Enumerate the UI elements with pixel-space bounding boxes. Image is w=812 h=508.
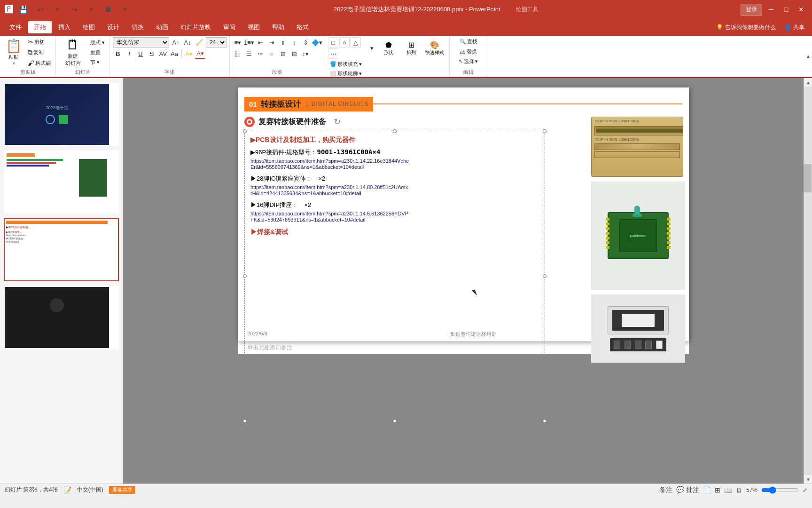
copy-button[interactable]: ⧉ 复制 <box>26 48 53 57</box>
scroll-down-button[interactable]: ▼ <box>804 475 812 484</box>
bold-button[interactable]: B <box>113 48 123 59</box>
quick-style-button[interactable]: 🎨 快速样式 <box>423 40 446 57</box>
reading-view-button[interactable]: 📖 <box>724 486 732 494</box>
font-grow-button[interactable]: A↑ <box>171 37 181 48</box>
strikethrough-button[interactable]: S <box>147 48 157 59</box>
slide-thumb-2[interactable] <box>4 151 119 214</box>
line-spacing2-button[interactable]: ↕▾ <box>300 48 311 59</box>
arrange-button[interactable]: ⊞ 排列 <box>400 40 422 57</box>
menu-animations[interactable]: 动画 <box>150 21 174 33</box>
normal-view-button[interactable]: 📄 <box>703 486 711 494</box>
menu-format[interactable]: 格式 <box>291 21 314 33</box>
menu-file[interactable]: 文件 <box>4 21 27 33</box>
shape-outline-button[interactable]: ⬜ 形状轮廓 ▾ <box>328 69 364 78</box>
format-painter-button[interactable]: 🖌 格式刷 <box>26 58 53 68</box>
layout-button[interactable]: 版式 ▾ <box>88 38 107 47</box>
tell-me-bar[interactable]: 💡 告诉我你想要做什么 <box>712 24 780 32</box>
scroll-thumb[interactable] <box>804 164 812 192</box>
login-button[interactable]: 登录 <box>741 4 762 16</box>
cut-button[interactable]: ✂ 剪切 <box>26 37 53 47</box>
shape-effect-big-button[interactable]: ⬟ 形状 <box>378 40 399 57</box>
menu-help[interactable]: 帮助 <box>266 21 290 33</box>
replace-button[interactable]: ab 替换 <box>458 47 478 56</box>
align-right-button[interactable]: ⬰ <box>255 48 265 59</box>
font-color-button[interactable]: A▾ <box>195 48 205 59</box>
menu-view[interactable]: 视图 <box>242 21 265 33</box>
shape4-button[interactable]: ⋯ <box>328 48 338 59</box>
zoom-slider[interactable] <box>761 486 799 494</box>
font-family-select[interactable]: 华文仿宋 <box>113 37 169 48</box>
notes-toggle[interactable]: 备注 <box>659 486 672 494</box>
shapes-expand-button[interactable]: ▾ <box>367 43 377 53</box>
presenter-view-button[interactable]: 🖥 <box>736 486 742 494</box>
handle-tm[interactable] <box>393 129 397 133</box>
menu-design[interactable]: 设计 <box>102 21 125 33</box>
handle-tr[interactable] <box>543 129 547 133</box>
clear-format-button[interactable]: 🧹 <box>194 37 204 48</box>
fit-slide-button[interactable]: ⤢ <box>803 487 807 493</box>
handle-ml[interactable] <box>243 274 247 278</box>
menu-review[interactable]: 审阅 <box>218 21 241 33</box>
select-button[interactable]: ↖ 选择 ▾ <box>457 57 480 66</box>
increase-indent-button[interactable]: ⇥ <box>266 37 277 48</box>
text-direction-button[interactable]: ⇕ <box>300 37 311 48</box>
align-center-button[interactable]: ☰ <box>244 48 254 59</box>
columns-button[interactable]: ⫿ <box>278 37 288 48</box>
search-account-bar[interactable]: 👤 共享 <box>781 24 808 32</box>
scroll-up-button[interactable]: ▲ <box>804 78 812 87</box>
shape3-button[interactable]: △ <box>351 37 361 48</box>
text-align-button[interactable]: ⊟ <box>289 48 299 59</box>
redo-button[interactable]: ↪ <box>68 3 81 16</box>
bullets-button[interactable]: ≡▾ <box>233 37 243 48</box>
minimize-button[interactable]: ─ <box>765 3 777 16</box>
italic-button[interactable]: I <box>124 48 134 59</box>
highlight-color-button[interactable]: A▾ <box>184 48 194 59</box>
section-button[interactable]: 节 ▾ <box>88 58 107 67</box>
menu-home[interactable]: 开始 <box>28 21 52 33</box>
menu-insert[interactable]: 插入 <box>53 21 76 33</box>
slide-thumb-4[interactable] <box>4 286 119 349</box>
handle-mr[interactable] <box>543 274 547 278</box>
decrease-indent-button[interactable]: ⇤ <box>255 37 265 48</box>
menu-transitions[interactable]: 切换 <box>126 21 149 33</box>
font-shrink-button[interactable]: A↓ <box>182 37 193 48</box>
close-button[interactable]: ✕ <box>795 3 807 16</box>
save-button[interactable]: 💾 <box>17 3 30 16</box>
align-left-button[interactable]: ⬱ <box>233 48 243 59</box>
justify-button[interactable]: ≡ <box>266 48 277 59</box>
quick-access-dropdown[interactable]: ▾ <box>118 3 132 16</box>
undo-dropdown[interactable]: ▾ <box>51 3 64 16</box>
reset-button[interactable]: 重置 <box>88 48 107 57</box>
shape1-button[interactable]: □ <box>328 37 338 48</box>
line-spacing-button[interactable]: ↕ <box>289 37 299 48</box>
handle-br[interactable] <box>543 419 547 423</box>
ribbon-collapse-button[interactable]: ▲ <box>804 36 812 77</box>
slide-thumb-3[interactable]: ▶PCB设计及制造... ▶96P接插件... https://item.tao… <box>4 218 119 281</box>
shape2-button[interactable]: ○ <box>339 37 350 48</box>
char-spacing-button[interactable]: AV <box>158 48 168 59</box>
maximize-button[interactable]: □ <box>780 3 792 16</box>
slide-thumb-1[interactable]: 2022电子院 <box>4 83 119 146</box>
font-size-select[interactable]: 24 <box>206 37 226 48</box>
slide-sorter-button[interactable]: ⊞ <box>715 486 720 494</box>
text-content-box[interactable]: ▶PCB设计及制造加工，购买元器件 ▶96P接插件-规格型号： 9001-139… <box>244 131 545 421</box>
new-slide-button[interactable]: 🗒 新建幻灯片 <box>59 37 87 68</box>
comments-toggle[interactable]: 💬 批注 <box>676 486 699 494</box>
monitor-icon[interactable]: 🖥 <box>102 3 115 16</box>
underline-button[interactable]: U <box>135 48 146 59</box>
handle-tl[interactable] <box>243 129 247 133</box>
numbering-button[interactable]: 1≡▾ <box>244 37 254 48</box>
handle-bm[interactable] <box>393 419 397 423</box>
slide-canvas[interactable]: 01 转接板设计 | DIGITAL CIRCUITS 复赛转接板硬件准备 ↻ <box>238 87 689 341</box>
undo-button[interactable]: ↩ <box>34 3 47 16</box>
smartart-button[interactable]: 🔷▾ <box>312 37 322 48</box>
find-button[interactable]: 🔍 查找 <box>458 37 479 46</box>
redo-dropdown[interactable]: ▾ <box>85 3 98 16</box>
menu-draw[interactable]: 绘图 <box>77 21 101 33</box>
shape-fill-button[interactable]: 🪣 形状填充 ▾ <box>328 60 364 69</box>
font-case-button[interactable]: Aa <box>169 48 180 59</box>
paste-button[interactable]: 📋 粘贴 ▾ <box>3 38 24 67</box>
text-columns-button[interactable]: ⊞ <box>278 48 288 59</box>
menu-slideshow[interactable]: 幻灯片放映 <box>175 21 217 33</box>
handle-bl[interactable] <box>243 419 247 423</box>
